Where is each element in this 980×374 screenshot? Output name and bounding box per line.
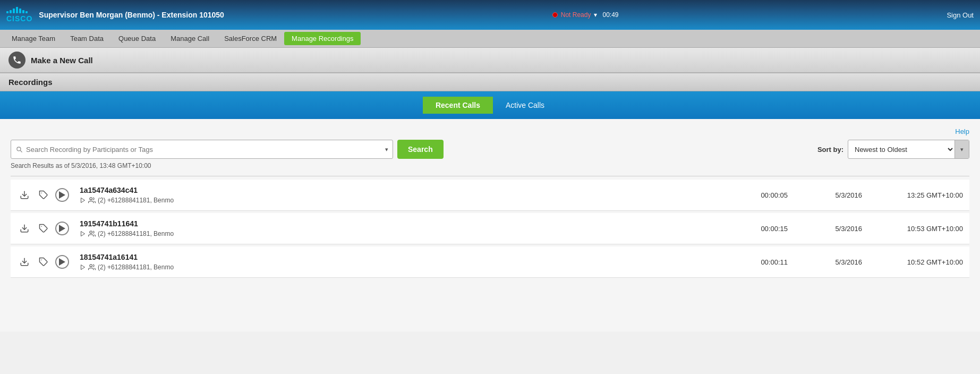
search-row: ▾ Search Sort by: Newest to Oldest Oldes… — [11, 140, 969, 159]
nav-team-data[interactable]: Team Data — [63, 31, 111, 46]
cisco-logo: CISCO — [6, 7, 32, 23]
rec-date-0: 5/3/2016 — [820, 191, 862, 199]
search-results-text: Search Results as of 5/3/2016, 13:48 GMT… — [11, 162, 969, 169]
download-button-1[interactable] — [17, 221, 32, 236]
play-button-1[interactable] — [55, 222, 69, 235]
make-call-title: Make a New Call — [31, 56, 93, 65]
svg-point-3 — [90, 198, 92, 200]
table-row: 19154741b11641 (2) +61288841181, Benmo 0… — [11, 213, 969, 244]
rec-actions-2 — [17, 254, 69, 269]
rec-meta-0: 00:00:05 5/3/2016 13:25 GMT+10:00 — [745, 191, 963, 199]
rec-actions-1 — [17, 221, 69, 236]
rec-info-0: 1a15474a634c41 (2) +61288841181, Benmo — [80, 186, 745, 204]
divider — [11, 176, 969, 176]
content-area: Help ▾ Search Sort by: Newest to Oldest … — [0, 119, 980, 332]
tabs-area: Recent Calls Active Calls — [0, 91, 980, 119]
phone-icon — [8, 52, 25, 69]
play-button-0[interactable] — [55, 188, 69, 202]
sort-label: Sort by: — [817, 146, 843, 154]
rec-info-1: 19154741b11641 (2) +61288841181, Benmo — [80, 219, 745, 237]
recordings-title: Recordings — [8, 78, 53, 87]
rec-participants-2: (2) +61288841181, Benmo — [80, 264, 745, 271]
sort-area: Sort by: Newest to Oldest Oldest to Newe… — [817, 140, 969, 159]
sign-out-link[interactable]: Sign Out — [947, 11, 974, 19]
participants-icon — [88, 230, 96, 237]
tab-recent-calls[interactable]: Recent Calls — [423, 97, 493, 114]
tag-button-1[interactable] — [36, 221, 51, 236]
rec-meta-1: 00:00:15 5/3/2016 10:53 GMT+10:00 — [745, 225, 963, 233]
rec-id-1: 19154741b11641 — [80, 219, 745, 228]
nav-manage-recordings[interactable]: Manage Recordings — [284, 32, 361, 45]
status-text: Not Ready — [561, 11, 591, 19]
play-small-icon — [80, 264, 86, 270]
search-dropdown-arrow[interactable]: ▾ — [385, 146, 388, 153]
rec-participants-0: (2) +61288841181, Benmo — [80, 197, 745, 204]
rec-participants-1: (2) +61288841181, Benmo — [80, 230, 745, 237]
rec-date-2: 5/3/2016 — [820, 258, 862, 266]
top-bar: CISCO Supervisor Ben Morgan (Benmo) - Ex… — [0, 0, 980, 30]
rec-duration-1: 00:00:15 — [745, 225, 788, 233]
participants-icon — [88, 197, 96, 204]
svg-marker-2 — [81, 198, 85, 203]
search-icon — [15, 146, 23, 153]
rec-id-2: 18154741a16141 — [80, 253, 745, 261]
nav-manage-team[interactable]: Manage Team — [4, 31, 63, 46]
tag-button-0[interactable] — [36, 188, 51, 202]
help-link[interactable]: Help — [11, 128, 969, 135]
rec-time-0: 13:25 GMT+10:00 — [894, 191, 963, 199]
search-input-wrap: ▾ — [11, 140, 393, 159]
recordings-section-header: Recordings — [0, 73, 980, 91]
recordings-list: 1a15474a634c41 (2) +61288841181, Benmo 0… — [11, 180, 969, 278]
play-icon-1 — [59, 225, 65, 232]
status-area: Not Ready ▾ 00:49 — [552, 11, 619, 19]
play-icon-2 — [59, 258, 65, 266]
table-row: 1a15474a634c41 (2) +61288841181, Benmo 0… — [11, 180, 969, 211]
svg-point-7 — [90, 231, 92, 234]
play-button-2[interactable] — [55, 255, 69, 269]
sort-dropdown-arrow[interactable]: ▾ — [955, 140, 969, 158]
nav-salesforce-crm[interactable]: SalesForce CRM — [217, 31, 284, 46]
nav-queue-data[interactable]: Queue Data — [111, 31, 163, 46]
tag-button-2[interactable] — [36, 254, 51, 269]
play-icon-0 — [59, 191, 65, 199]
search-input[interactable] — [26, 146, 383, 154]
download-button-0[interactable] — [17, 188, 32, 202]
rec-info-2: 18154741a16141 (2) +61288841181, Benmo — [80, 253, 745, 271]
sort-select[interactable]: Newest to Oldest Oldest to Newest — [848, 140, 955, 158]
make-call-bar: Make a New Call — [0, 48, 980, 73]
rec-meta-2: 00:00:11 5/3/2016 10:52 GMT+10:00 — [745, 258, 963, 266]
status-dropdown-icon[interactable]: ▾ — [594, 11, 597, 19]
rec-actions-0 — [17, 188, 69, 202]
nav-manage-call[interactable]: Manage Call — [163, 31, 217, 46]
play-small-icon — [80, 197, 86, 203]
download-button-2[interactable] — [17, 254, 32, 269]
search-button[interactable]: Search — [397, 140, 444, 159]
rec-time-2: 10:52 GMT+10:00 — [894, 258, 963, 266]
table-row: 18154741a16141 (2) +61288841181, Benmo 0… — [11, 246, 969, 278]
participants-icon — [88, 264, 96, 271]
svg-point-11 — [90, 265, 92, 267]
play-small-icon — [80, 231, 86, 237]
rec-date-1: 5/3/2016 — [820, 225, 862, 233]
sort-select-wrap: Newest to Oldest Oldest to Newest ▾ — [848, 140, 969, 159]
app-title: Supervisor Ben Morgan (Benmo) - Extensio… — [39, 11, 224, 19]
rec-time-1: 10:53 GMT+10:00 — [894, 225, 963, 233]
svg-marker-10 — [81, 265, 85, 270]
timer-display: 00:49 — [602, 11, 618, 19]
tab-active-calls[interactable]: Active Calls — [493, 97, 557, 114]
rec-duration-0: 00:00:05 — [745, 191, 788, 199]
status-indicator — [552, 12, 558, 18]
nav-bar: Manage Team Team Data Queue Data Manage … — [0, 30, 980, 48]
rec-id-0: 1a15474a634c41 — [80, 186, 745, 194]
svg-marker-6 — [81, 232, 85, 236]
rec-duration-2: 00:00:11 — [745, 258, 788, 266]
